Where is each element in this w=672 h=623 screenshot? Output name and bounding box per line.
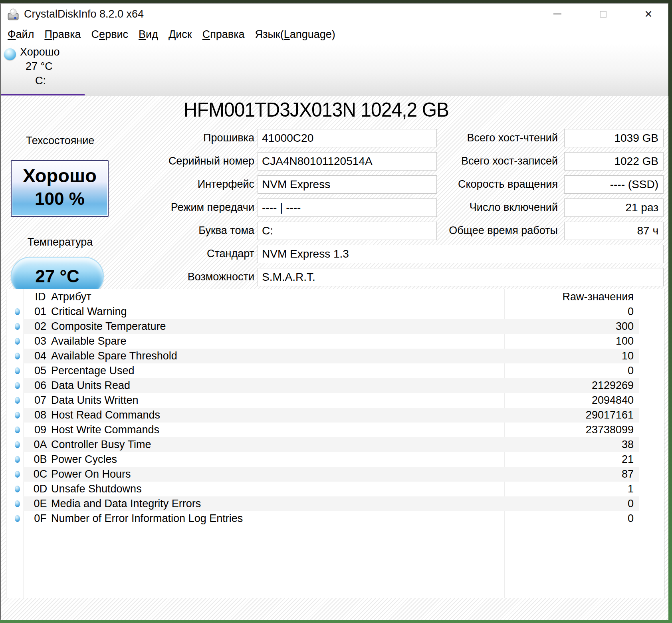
smart-row-03[interactable]: 03Available Spare100 xyxy=(23,334,639,349)
field-label-rotation-rate: Скорость вращения xyxy=(376,178,558,190)
smart-row-09[interactable]: 09Host Write Commands23738099 xyxy=(23,423,639,437)
field-label-host-writes: Всего хост-записей xyxy=(376,155,558,167)
menu-item-service[interactable]: Сервис xyxy=(86,28,133,41)
field-label-firmware: Прошивка xyxy=(95,132,254,144)
menu-bar: ФайлПравкаСервисВидДискСправкаЯзык(Langu… xyxy=(2,25,341,44)
health-percent-text: 100 % xyxy=(12,187,108,210)
menu-item-language[interactable]: Язык(Language) xyxy=(250,28,341,41)
smart-row-raw-value: 0 xyxy=(628,306,634,318)
smart-row-raw-value: 21 xyxy=(622,453,634,466)
smart-row-0C[interactable]: 0CPower On Hours87 xyxy=(23,467,639,482)
status-orb-icon xyxy=(15,323,20,330)
maximize-button[interactable] xyxy=(594,6,612,22)
smart-row-id: 07 xyxy=(28,394,52,407)
smart-row-id: 0E xyxy=(28,498,52,510)
minimize-button[interactable] xyxy=(548,6,567,22)
status-orb-icon xyxy=(15,382,20,389)
menu-item-file[interactable]: Файл xyxy=(2,28,39,41)
close-icon: ✕ xyxy=(644,9,653,19)
smart-row-04[interactable]: 04Available Spare Threshold10 xyxy=(23,349,639,363)
status-orb-icon xyxy=(15,412,20,419)
maximize-icon xyxy=(600,11,607,18)
smart-row-attribute: Critical Warning xyxy=(51,306,127,318)
status-orb-icon xyxy=(15,397,20,404)
minimize-icon xyxy=(553,14,561,14)
smart-row-id: 04 xyxy=(28,350,52,362)
smart-row-raw-value: 2094840 xyxy=(592,394,634,407)
status-orb-icon xyxy=(15,486,20,492)
smart-row-05[interactable]: 05Percentage Used0 xyxy=(23,363,639,378)
health-status-button[interactable]: Хорошо 100 % xyxy=(11,160,109,217)
column-header-attribute: Атрибут xyxy=(51,291,91,303)
smart-row-raw-value: 87 xyxy=(622,468,634,480)
drive-tab-letter: C: xyxy=(35,75,46,87)
field-value-power-on-hours: 87 ч xyxy=(564,222,664,240)
field-label-features: Возможности xyxy=(95,271,254,283)
menu-item-disk[interactable]: Диск xyxy=(163,28,197,41)
drive-tab-active-indicator xyxy=(1,94,85,95)
smart-row-0E[interactable]: 0EMedia and Data Integrity Errors0 xyxy=(23,496,639,511)
field-value-standard: NVM Express 1.3 xyxy=(258,245,664,263)
window-title: CrystalDiskInfo 8.2.0 x64 xyxy=(24,8,144,20)
smart-row-attribute: Power Cycles xyxy=(51,453,117,466)
drive-tab-c[interactable]: Хорошо 27 °C C: xyxy=(1,44,85,96)
smart-row-raw-value: 100 xyxy=(616,335,634,347)
smart-row-id: 0A xyxy=(28,438,52,451)
smart-row-attribute: Number of Error Information Log Entries xyxy=(51,512,243,525)
smart-row-raw-value: 300 xyxy=(616,320,634,333)
drive-strip: Хорошо 27 °C C: xyxy=(1,44,668,96)
field-value-features: S.M.A.R.T. xyxy=(258,268,664,286)
smart-row-raw-value: 29017161 xyxy=(586,409,634,421)
smart-row-attribute: Data Units Written xyxy=(51,394,139,407)
smart-row-id: 02 xyxy=(28,320,52,333)
drive-status-orb-icon xyxy=(4,48,16,60)
menu-item-help[interactable]: Справка xyxy=(197,28,250,41)
smart-row-0F[interactable]: 0FNumber of Error Information Log Entrie… xyxy=(23,511,639,526)
smart-row-0D[interactable]: 0DUnsafe Shutdowns1 xyxy=(23,482,639,496)
smart-row-attribute: Available Spare Threshold xyxy=(51,350,177,362)
smart-row-0A[interactable]: 0AController Busy Time38 xyxy=(23,437,639,452)
smart-row-id: 03 xyxy=(28,335,52,347)
column-header-id: ID xyxy=(28,291,52,303)
smart-row-raw-value: 0 xyxy=(628,512,634,525)
smart-row-raw-value: 23738099 xyxy=(586,424,634,436)
smart-row-attribute: Percentage Used xyxy=(51,365,135,377)
menu-item-view[interactable]: Вид xyxy=(133,28,163,41)
smart-row-01[interactable]: 01Critical Warning0 xyxy=(23,304,639,319)
disk-model-title: HFM001TD3JX013N 1024,2 GB xyxy=(14,97,619,123)
smart-row-attribute: Composite Temperature xyxy=(51,320,166,333)
smart-row-0B[interactable]: 0BPower Cycles21 xyxy=(23,452,639,467)
table-divider xyxy=(639,289,639,598)
smart-row-id: 09 xyxy=(28,424,52,436)
temperature-label: Температура xyxy=(11,236,109,248)
smart-row-06[interactable]: 06Data Units Read2129269 xyxy=(23,378,639,393)
smart-row-attribute: Media and Data Integrity Errors xyxy=(51,498,201,510)
app-window: CrystalDiskInfo 8.2.0 x64 ✕ ФайлПравкаСе… xyxy=(0,3,668,620)
field-label-interface: Интерфейс xyxy=(95,178,254,190)
smart-row-raw-value: 0 xyxy=(628,498,634,510)
smart-row-raw-value: 2129269 xyxy=(592,379,634,392)
smart-row-attribute: Controller Busy Time xyxy=(51,438,151,451)
smart-row-attribute: Host Write Commands xyxy=(51,424,159,436)
app-icon xyxy=(6,8,21,21)
smart-row-07[interactable]: 07Data Units Written2094840 xyxy=(23,393,639,408)
status-orb-icon xyxy=(15,456,20,463)
smart-row-raw-value: 10 xyxy=(622,350,634,362)
status-orb-icon xyxy=(15,471,20,478)
status-orb-icon xyxy=(15,353,20,359)
field-value-power-on-count: 21 раз xyxy=(564,198,664,217)
drive-tab-status: Хорошо xyxy=(20,46,59,58)
close-button[interactable]: ✕ xyxy=(639,6,658,22)
smart-row-02[interactable]: 02Composite Temperature300 xyxy=(23,319,639,334)
field-label-power-on-count: Число включений xyxy=(376,201,558,214)
smart-row-raw-value: 1 xyxy=(628,483,634,495)
smart-row-attribute: Power On Hours xyxy=(51,468,131,480)
field-value-host-writes: 1022 GB xyxy=(564,152,664,171)
status-orb-icon xyxy=(15,500,20,507)
smart-row-08[interactable]: 08Host Read Commands29017161 xyxy=(23,408,639,423)
status-orb-icon xyxy=(15,308,20,315)
smart-row-attribute: Available Spare xyxy=(51,335,127,347)
field-value-rotation-rate: ---- (SSD) xyxy=(564,175,664,194)
main-panel: HFM001TD3JX013N 1024,2 GB Техсостояние Х… xyxy=(1,96,668,620)
menu-item-edit[interactable]: Правка xyxy=(39,28,86,41)
